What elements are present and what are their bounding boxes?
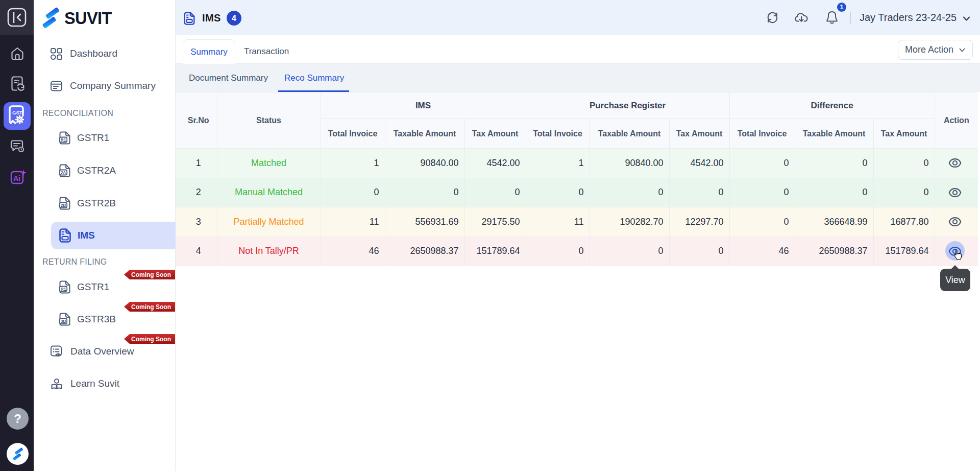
svg-text:3B: 3B bbox=[61, 319, 66, 324]
svg-text:2B: 2B bbox=[61, 203, 66, 208]
svg-text:SUVIT: SUVIT bbox=[64, 9, 112, 28]
svg-text:2A: 2A bbox=[61, 170, 66, 175]
svg-text:GST: GST bbox=[12, 110, 22, 115]
svg-text:Ai: Ai bbox=[13, 174, 20, 182]
svg-text:R1: R1 bbox=[61, 137, 66, 143]
svg-text:R1: R1 bbox=[61, 287, 66, 292]
